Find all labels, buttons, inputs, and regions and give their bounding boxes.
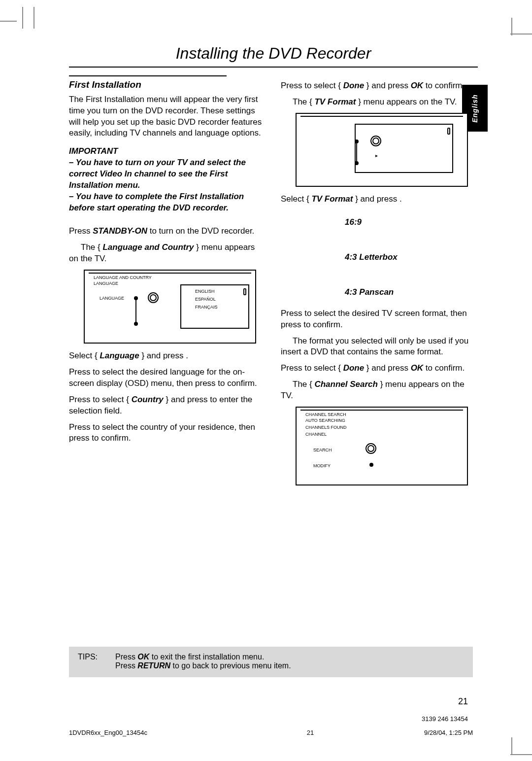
text: The { <box>81 242 102 252</box>
step: Press to select { Done } and press OK to… <box>281 363 478 374</box>
manual-page: Installing the DVD Recorder English Firs… <box>0 0 532 761</box>
text: to go back to previous menu item. <box>170 661 291 670</box>
text: Press <box>69 226 93 236</box>
text: to confirm. <box>423 363 465 373</box>
text: to exit the first installation menu. <box>149 653 264 661</box>
menu-name: Language <box>100 351 139 360</box>
page-number: 21 <box>458 696 468 707</box>
result: The format you selected will only be use… <box>281 336 478 358</box>
text: The { <box>293 380 314 389</box>
intro-text: The First Installation menu will appear … <box>69 94 266 139</box>
step: Press to select the country of your resi… <box>69 422 266 445</box>
tips-body: Press OK to exit the first installation … <box>115 653 291 670</box>
text: Select { <box>281 194 311 204</box>
crop-mark <box>510 754 532 755</box>
menu-name: Done <box>343 81 365 90</box>
text: Press to select { <box>69 395 132 404</box>
menu-name: TV Format <box>314 97 356 106</box>
format-16-9: 16:9 <box>345 217 478 228</box>
diagram-text: SEARCH <box>313 447 332 453</box>
diagram-text: FRANÇAIS <box>195 304 218 310</box>
menu-name: Done <box>343 363 365 373</box>
text: } menu appears on the TV. <box>356 97 457 106</box>
footer-date: 9/28/04, 1:25 PM <box>424 729 473 736</box>
section-heading: First Installation <box>69 78 266 91</box>
text: Press to select { <box>281 81 343 90</box>
tips-bar: TIPS: Press OK to exit the first install… <box>69 647 473 677</box>
important-line: – You have to turn on your TV and select… <box>69 157 266 191</box>
title-rule <box>69 67 478 68</box>
diagram-text: CHANNELS FOUND <box>305 424 347 430</box>
crop-mark <box>510 34 532 35</box>
osd-diagram-channel-search: CHANNEL SEARCH AUTO SEARCHING CHANNELS F… <box>296 407 468 485</box>
diagram-text: CHANNEL SEARCH <box>305 412 346 417</box>
left-column: First Installation The First Installatio… <box>69 75 266 492</box>
step: Select { TV Format } and press . <box>281 194 478 205</box>
diagram-text: ESPAÑOL <box>195 296 216 302</box>
step: Press to select { Done } and press OK to… <box>281 80 478 92</box>
crop-mark <box>511 18 512 35</box>
step: Press STANDBY-ON to turn on the DVD reco… <box>69 226 266 237</box>
diagram-text: AUTO SEARCHING <box>305 417 345 423</box>
key-label: STANDBY-ON <box>93 226 147 236</box>
diagram-text: LANGUAGE <box>94 280 118 286</box>
content-columns: First Installation The First Installatio… <box>69 75 478 492</box>
crop-mark <box>22 7 37 29</box>
menu-name: TV Format <box>311 194 353 204</box>
footer-file: 1DVDR6xx_Eng00_13454c <box>69 729 147 736</box>
section-rule <box>69 75 227 76</box>
format-4-3-letterbox: 4:3 Letterbox <box>345 252 478 263</box>
key-label: OK <box>411 81 424 90</box>
result: The { Language and Country } menu appear… <box>69 242 266 265</box>
osd-diagram-language: LANGUAGE AND COUNTRY LANGUAGE LANGUAGE E… <box>84 270 256 344</box>
crop-mark <box>33 7 34 29</box>
page-title: Installing the DVD Recorder <box>69 44 478 63</box>
language-tab-text: English <box>471 94 479 123</box>
diagram-text: CHANNEL <box>305 431 327 437</box>
diagram-text: MODIFY <box>313 463 331 469</box>
footer: 1DVDR6xx_Eng00_13454c 21 9/28/04, 1:25 P… <box>69 729 473 736</box>
result: The { Channel Search } menu appears on t… <box>281 379 478 402</box>
text: } and press <box>364 363 411 373</box>
menu-name: Channel Search <box>314 380 378 389</box>
text: Press <box>115 661 137 670</box>
text: } and press . <box>139 351 188 360</box>
tips-label: TIPS: <box>78 653 98 670</box>
step: Select { Language } and press . <box>69 350 266 362</box>
step: Press to select the desired language for… <box>69 367 266 389</box>
format-4-3-panscan: 4:3 Panscan <box>345 287 478 298</box>
step: Press to select { Country } and press to… <box>69 394 266 417</box>
step: Press to select the desired TV screen fo… <box>281 308 478 331</box>
diagram-text: ENGLISH <box>195 288 215 294</box>
text: Press <box>115 653 137 661</box>
text: Press to select { <box>281 363 343 373</box>
key-label: OK <box>137 653 149 661</box>
important-heading: IMPORTANT <box>69 146 266 157</box>
right-column: Press to select { Done } and press OK to… <box>281 75 478 492</box>
crop-mark <box>0 21 17 22</box>
menu-name: Language and Country <box>102 242 194 252</box>
tips-line: Press OK to exit the first installation … <box>115 653 291 661</box>
text: to confirm. <box>423 81 465 90</box>
diagram-text: LANGUAGE AND COUNTRY <box>94 275 152 280</box>
text: } and press <box>364 81 411 90</box>
tips-line: Press RETURN to go back to previous menu… <box>115 661 291 670</box>
key-label: OK <box>411 363 424 373</box>
text: } and press . <box>353 194 401 204</box>
footer-page: 21 <box>307 729 314 736</box>
part-number: 3139 246 13454 <box>422 715 468 723</box>
text: Select { <box>69 351 100 360</box>
text: to turn on the DVD recorder. <box>147 226 254 236</box>
osd-diagram-tvformat: ▸ <box>296 113 468 187</box>
diagram-text: LANGUAGE <box>100 295 124 301</box>
result: The { TV Format } menu appears on the TV… <box>281 97 478 108</box>
text: The { <box>293 97 314 106</box>
key-label: RETURN <box>137 661 170 670</box>
menu-name: Country <box>132 395 164 404</box>
important-line: – You have to complete the First Install… <box>69 191 266 214</box>
crop-mark <box>511 737 512 755</box>
